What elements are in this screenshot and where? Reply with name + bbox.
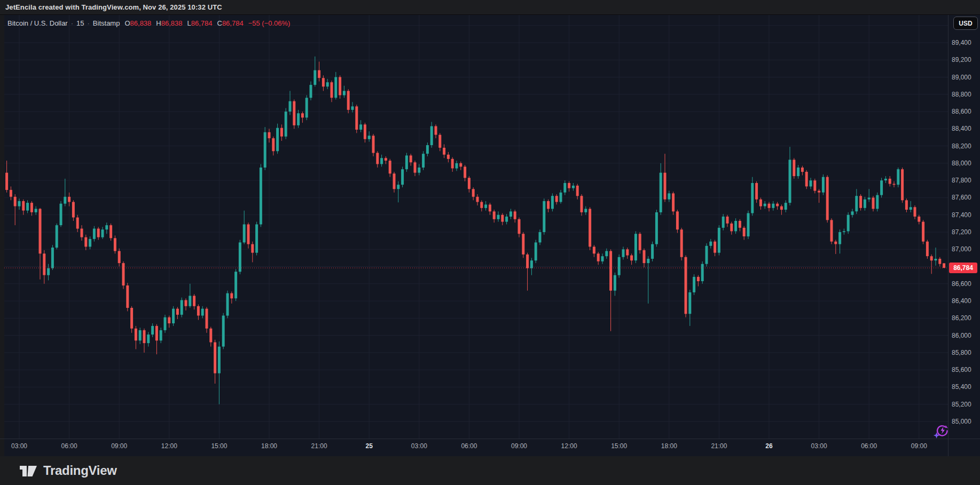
- candle: [331, 81, 333, 102]
- candle: [251, 242, 254, 263]
- candle: [389, 159, 391, 177]
- time-axis-labels: 03:0006:0009:0012:0015:0018:0021:002503:…: [0, 439, 980, 457]
- candle: [651, 242, 654, 261]
- time-tick: 03:00: [406, 442, 432, 450]
- candle: [189, 284, 191, 308]
- candle: [864, 197, 866, 211]
- candle: [935, 248, 937, 266]
- candle: [555, 194, 558, 204]
- left-edge-strip: [0, 14, 4, 456]
- candle: [443, 144, 445, 158]
- candle: [668, 191, 670, 202]
- sparkle-bolt-icon[interactable]: [932, 423, 950, 442]
- candle: [897, 168, 899, 187]
- candle: [751, 177, 754, 216]
- candle: [414, 161, 417, 176]
- price-axis-separator: [948, 14, 948, 456]
- candle: [339, 75, 341, 99]
- candle: [943, 263, 945, 268]
- candlestick-chart[interactable]: [0, 0, 980, 456]
- candle: [830, 218, 833, 244]
- open-label: O: [124, 19, 130, 27]
- candle: [214, 340, 216, 384]
- candle: [776, 202, 779, 210]
- time-tick: 09:00: [106, 442, 132, 450]
- candle: [697, 275, 700, 287]
- legend-separator: ·: [71, 19, 73, 27]
- candle: [705, 243, 708, 267]
- candle: [143, 329, 146, 353]
- candle: [351, 102, 354, 112]
- candle: [268, 129, 271, 142]
- price-tick: 88,200: [952, 142, 971, 150]
- candle: [589, 207, 591, 250]
- candle: [364, 123, 366, 142]
- time-axis[interactable]: 03:0006:0009:0012:0015:0018:0021:002503:…: [0, 439, 980, 457]
- interval-label[interactable]: 15: [76, 19, 84, 27]
- candle: [509, 209, 512, 219]
- candle: [601, 253, 604, 264]
- candle: [826, 176, 829, 223]
- candle: [64, 179, 66, 206]
- candle: [714, 240, 716, 257]
- candle: [218, 341, 221, 404]
- candle: [164, 315, 167, 333]
- time-tick: 18:00: [656, 442, 682, 450]
- candle: [239, 240, 241, 275]
- candle: [514, 210, 516, 222]
- candle: [472, 187, 475, 200]
- candle: [435, 124, 437, 138]
- candle: [313, 57, 316, 87]
- candle: [476, 194, 479, 205]
- candle: [30, 201, 33, 216]
- candle: [489, 203, 491, 215]
- candle: [243, 211, 246, 244]
- candle: [609, 249, 612, 331]
- change-value: −55 (−0.06%): [248, 19, 291, 27]
- candle: [526, 253, 529, 291]
- candle: [193, 294, 195, 309]
- candle: [464, 165, 466, 181]
- high-value: 86,838: [161, 19, 183, 27]
- candle: [255, 222, 258, 256]
- exchange-label[interactable]: Bitstamp: [93, 19, 120, 27]
- candle: [722, 214, 725, 230]
- candle: [726, 215, 729, 227]
- time-tick: 21:00: [706, 442, 732, 450]
- tradingview-logo[interactable]: TradingView: [19, 463, 117, 478]
- legend-separator: ·: [88, 19, 90, 27]
- low-label: L: [187, 19, 191, 27]
- gridlines: [4, 14, 948, 439]
- candle: [772, 201, 774, 211]
- candle: [851, 209, 854, 217]
- candle: [664, 154, 667, 202]
- price-tick: 87,000: [952, 245, 971, 253]
- candle: [643, 249, 646, 267]
- candle: [868, 189, 871, 202]
- candle: [130, 306, 133, 333]
- close-value: 86,784: [222, 19, 244, 27]
- candle: [139, 328, 142, 344]
- symbol-legend[interactable]: Bitcoin / U.S. Dollar·15·BitstampO86,838…: [7, 19, 290, 27]
- candle: [272, 137, 275, 156]
- candle: [501, 213, 504, 226]
- candle: [51, 245, 54, 270]
- candle: [405, 153, 408, 172]
- candle: [834, 240, 837, 255]
- candle: [201, 306, 204, 319]
- candle: [355, 105, 358, 133]
- time-tick: 06:00: [57, 442, 82, 450]
- candle: [322, 75, 325, 91]
- candle: [505, 214, 508, 224]
- candle: [818, 189, 820, 203]
- candle: [535, 240, 537, 264]
- currency-usd-button[interactable]: USD: [953, 17, 978, 30]
- candle: [297, 110, 300, 128]
- candle: [938, 257, 941, 267]
- time-tick: 03:00: [806, 442, 832, 450]
- candle: [793, 158, 795, 179]
- candle: [584, 206, 587, 215]
- candle: [843, 229, 845, 235]
- symbol-name[interactable]: Bitcoin / U.S. Dollar: [7, 19, 68, 27]
- candle: [522, 232, 524, 258]
